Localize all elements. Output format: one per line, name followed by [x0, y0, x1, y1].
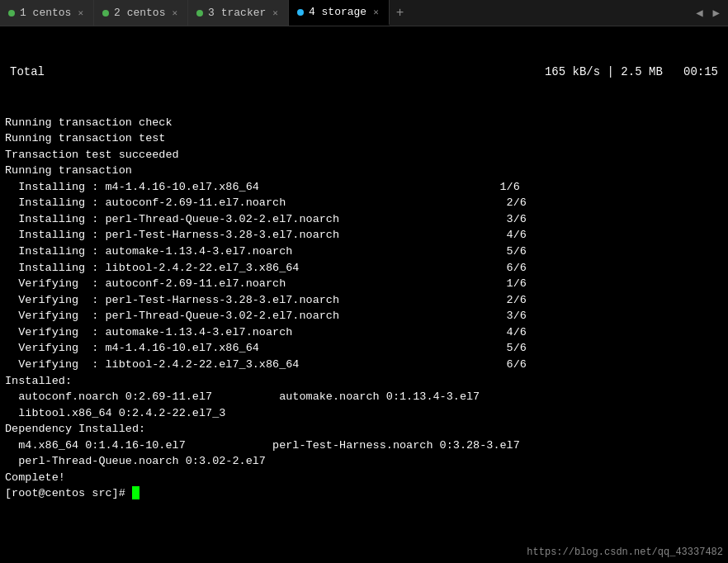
- tab-2-label: 2 centos: [114, 7, 165, 19]
- terminal-line: perl-Thread-Queue.noarch 0:3.02-2.el7: [5, 453, 723, 470]
- tab-4-label: 4 storage: [309, 6, 366, 18]
- nav-next[interactable]: ▶: [710, 4, 723, 21]
- watermark: https://blog.csdn.net/qq_43337482: [527, 546, 723, 558]
- tab-1-close[interactable]: ✕: [76, 7, 85, 18]
- terminal-line: Running transaction check: [5, 115, 723, 131]
- terminal-line: Verifying : libtool-2.4.2-22.el7_3.x86_6…: [5, 357, 723, 373]
- tab-4[interactable]: 4 storage ✕: [289, 0, 390, 26]
- status-right: 165 kB/s | 2.5 MB 00:15: [545, 64, 718, 80]
- tab-3[interactable]: 3 tracker ✕: [188, 0, 289, 26]
- terminal-line: [root@centos src]#: [5, 485, 723, 502]
- tab-4-close[interactable]: ✕: [371, 7, 381, 17]
- terminal-line: Installing : perl-Thread-Queue-3.02-2.el…: [5, 211, 723, 228]
- terminal-line: libtool.x86_64 0:2.4.2-22.el7_3: [5, 405, 723, 422]
- terminal-line: Installed:: [5, 373, 723, 390]
- terminal-area[interactable]: Total 165 kB/s | 2.5 MB 00:15 Running tr…: [0, 26, 728, 563]
- terminal-line: Installing : autoconf-2.69-11.el7.noarch…: [5, 195, 723, 211]
- tab-3-dot: [196, 10, 203, 17]
- terminal-line: Verifying : automake-1.13.4-3.el7.noarch…: [5, 324, 723, 341]
- terminal-line: Transaction test succeeded: [5, 147, 723, 163]
- terminal-line: Installing : perl-Test-Harness-3.28-3.el…: [5, 227, 723, 244]
- status-bar: Total 165 kB/s | 2.5 MB 00:15: [5, 62, 723, 82]
- terminal-line: Running transaction: [5, 163, 723, 179]
- tab-1-dot: [8, 10, 15, 17]
- terminal-line: Complete!: [5, 470, 723, 486]
- nav-prev[interactable]: ◀: [693, 4, 706, 21]
- terminal-line: Verifying : autoconf-2.69-11.el7.noarch …: [5, 276, 723, 292]
- tab-2-close[interactable]: ✕: [170, 7, 179, 18]
- tab-3-close[interactable]: ✕: [271, 7, 280, 18]
- tab-4-dot: [297, 9, 304, 16]
- tab-3-label: 3 tracker: [208, 7, 266, 19]
- tab-2-dot: [102, 10, 109, 17]
- terminal-line: Running transaction test: [5, 130, 723, 147]
- terminal-line: m4.x86_64 0:1.4.16-10.el7 perl-Test-Harn…: [5, 438, 723, 454]
- terminal-line: Verifying : perl-Test-Harness-3.28-3.el7…: [5, 292, 723, 309]
- terminal-line: Installing : automake-1.13.4-3.el7.noarc…: [5, 244, 723, 260]
- terminal-line: Installing : m4-1.4.16-10.el7.x86_64 1/6: [5, 179, 723, 196]
- tab-bar: 1 centos ✕ 2 centos ✕ 3 tracker ✕ 4 stor…: [0, 0, 728, 26]
- tab-1[interactable]: 1 centos ✕: [0, 0, 94, 26]
- terminal-line: autoconf.noarch 0:2.69-11.el7 automake.n…: [5, 389, 723, 405]
- status-left: Total: [10, 64, 45, 80]
- add-tab-button[interactable]: +: [390, 0, 411, 26]
- tab-2[interactable]: 2 centos ✕: [94, 0, 188, 26]
- tab-1-label: 1 centos: [20, 7, 71, 19]
- terminal-line: Installing : libtool-2.4.2-22.el7_3.x86_…: [5, 260, 723, 277]
- terminal-line: Verifying : m4-1.4.16-10.el7.x86_64 5/6: [5, 340, 723, 357]
- terminal-line: Verifying : perl-Thread-Queue-3.02-2.el7…: [5, 308, 723, 324]
- cursor-block: [132, 486, 139, 499]
- terminal-output: Running transaction checkRunning transac…: [5, 115, 723, 503]
- terminal-line: Dependency Installed:: [5, 421, 723, 438]
- tab-nav: ◀ ▶: [688, 0, 728, 26]
